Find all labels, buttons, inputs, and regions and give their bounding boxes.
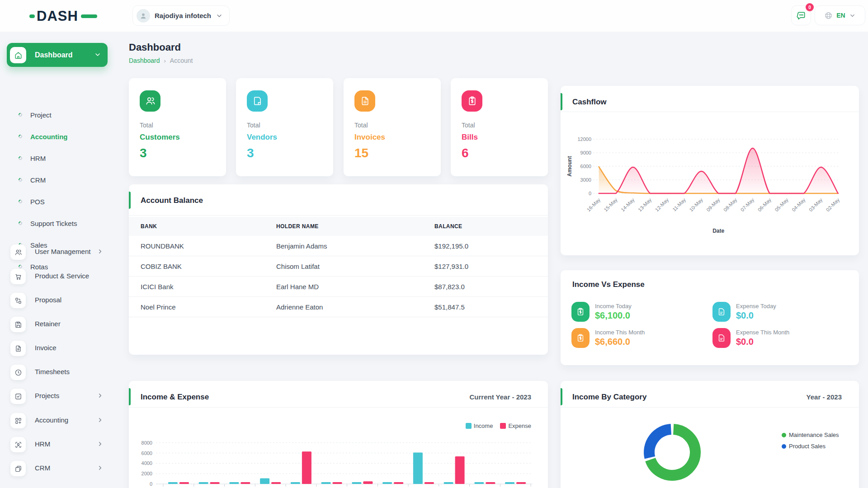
- users-icon: [10, 244, 26, 260]
- stat-name: Vendors: [247, 133, 277, 142]
- doc-icon: [712, 328, 731, 348]
- svg-text:15-May: 15-May: [603, 197, 618, 213]
- sidebar-item-label: Projects: [35, 392, 59, 399]
- sidebar-subitem-project[interactable]: Project: [0, 107, 118, 122]
- svg-text:6000: 6000: [580, 164, 591, 169]
- stat-label: Total: [140, 122, 153, 129]
- summary-value: $6,100.0: [595, 310, 630, 321]
- stat-card-bills: Total Bills 6: [451, 78, 548, 176]
- sidebar-subitem-hrm[interactable]: HRM: [0, 150, 118, 166]
- stat-card-invoices: Total Invoices 15: [344, 78, 441, 176]
- invoice-icon: [10, 341, 26, 356]
- svg-text:9000: 9000: [580, 150, 591, 155]
- user-name: Rajodiya infotech: [155, 12, 211, 19]
- table-row: COBIZ BANKChisom Latifat$127,931.0: [129, 256, 548, 277]
- sidebar-item-crm[interactable]: CRM: [0, 459, 118, 479]
- stat-value: 3: [247, 146, 254, 160]
- sidebar-item-dashboard[interactable]: Dashboard: [7, 43, 108, 67]
- sidebar-item-label: HRM: [35, 440, 50, 448]
- sidebar-item-label: Proposal: [35, 296, 61, 304]
- column-header: BANK: [141, 223, 157, 230]
- stat-name: Customers: [140, 133, 180, 142]
- svg-text:0: 0: [589, 191, 591, 196]
- income-by-category-card: Income By Category Year - 2023 Maintenan…: [561, 381, 859, 488]
- sidebar-item-retainer[interactable]: Retainer: [0, 314, 118, 334]
- notification-badge: 0: [806, 3, 814, 11]
- svg-text:11-May: 11-May: [671, 197, 687, 212]
- sidebar-item-invoice[interactable]: Invoice: [0, 338, 118, 358]
- breadcrumb-dashboard-link[interactable]: Dashboard: [129, 57, 160, 64]
- sidebar-subitem-pos[interactable]: POS: [0, 194, 118, 209]
- chevron-right-icon: [97, 465, 104, 471]
- table-cell: $51,847.5: [434, 303, 465, 311]
- svg-text:04-May: 04-May: [791, 197, 807, 213]
- sidebar-subitem-label: CRM: [30, 176, 46, 184]
- summary-value: $0.0: [736, 310, 754, 321]
- table-cell: ICICI Bank: [141, 283, 174, 291]
- table-row: ROUNDBANKBenjamin Adams$192,195.0: [129, 236, 548, 256]
- avatar: [137, 9, 150, 23]
- sidebar-item-timesheets[interactable]: Timesheets: [0, 362, 118, 382]
- save-icon: [10, 317, 26, 332]
- home-icon: [10, 47, 26, 63]
- chevron-right-icon: [97, 392, 104, 399]
- stat-label: Total: [247, 122, 260, 129]
- sidebar-subitem-label: POS: [30, 198, 45, 206]
- sidebar-item-product-service[interactable]: Product & Service: [0, 267, 118, 286]
- note-icon: [247, 90, 268, 112]
- stat-card-vendors: Total Vendors 3: [236, 78, 333, 176]
- cashflow-chart: 030006000900012000Amount16-May15-May14-M…: [561, 112, 859, 255]
- language-label: EN: [836, 12, 845, 19]
- svg-text:8000: 8000: [142, 440, 152, 446]
- table-cell: $192,195.0: [434, 242, 468, 250]
- card-accent-bar: [129, 388, 131, 405]
- card-title: Cashflow: [572, 98, 607, 107]
- card-subtitle: Current Year - 2023: [470, 393, 531, 401]
- chevron-right-icon: [97, 441, 104, 447]
- table-header: BANKHOLDER NAMEBALANCE: [129, 217, 548, 236]
- svg-text:Date: Date: [712, 228, 724, 234]
- sidebar-item-label: Timesheets: [35, 368, 70, 375]
- clipboard-dollar-icon: [571, 302, 590, 322]
- breadcrumb-current: Account: [170, 57, 193, 64]
- sidebar-item-hrm[interactable]: HRM: [0, 435, 118, 455]
- sidebar-subitem-crm[interactable]: CRM: [0, 172, 118, 188]
- notifications-button[interactable]: 0: [791, 5, 811, 25]
- bullet-icon: [18, 155, 23, 160]
- logo-dash-icon: [29, 14, 35, 18]
- sidebar-item-user-management[interactable]: User Management: [0, 242, 118, 262]
- sidebar-item-projects[interactable]: Projects: [0, 386, 118, 406]
- users-icon: [140, 90, 160, 112]
- sidebar-subitem-support-tickets[interactable]: Support Tickets: [0, 216, 118, 231]
- stat-value: 3: [140, 146, 147, 160]
- card-title: Income By Category: [572, 393, 646, 402]
- divider: [129, 215, 548, 216]
- language-selector[interactable]: EN: [815, 5, 865, 25]
- table-row: Noel PrinceAdrienne Eaton$51,847.5: [129, 297, 548, 317]
- sidebar-item-accounting[interactable]: Accounting: [0, 411, 118, 431]
- sidebar-subitem-accounting[interactable]: Accounting: [0, 129, 118, 144]
- user-menu-button[interactable]: Rajodiya infotech: [132, 5, 230, 26]
- sidebar-subitem-label: Accounting: [30, 133, 68, 141]
- sidebar-item-proposal[interactable]: Proposal: [0, 291, 118, 310]
- svg-text:06-May: 06-May: [757, 197, 773, 213]
- grid-plus-icon: [10, 413, 26, 428]
- sidebar-subitem-label: HRM: [30, 155, 46, 162]
- legend-swatch: [782, 433, 786, 437]
- svg-text:2000: 2000: [142, 471, 152, 476]
- chevron-down-icon: [849, 12, 856, 19]
- summary-value: $6,660.0: [595, 337, 630, 347]
- sidebar-item-label: Accounting: [35, 416, 68, 424]
- svg-text:08-May: 08-May: [722, 197, 738, 213]
- card-title: Account Balance: [141, 196, 203, 205]
- svg-text:Amount: Amount: [566, 156, 573, 176]
- table-cell: ROUNDBANK: [141, 242, 184, 250]
- chat-bubble-icon: [796, 10, 807, 21]
- sidebar-item-label: Product & Service: [35, 272, 89, 280]
- bullet-icon: [18, 177, 23, 182]
- income-expense-bar-chart: 02000400060008000: [129, 407, 548, 488]
- sidebar-item-label: User Management: [35, 248, 90, 255]
- card-accent-bar: [129, 192, 131, 209]
- clock-icon: [10, 365, 26, 380]
- table-cell: Earl Hane MD: [276, 283, 319, 291]
